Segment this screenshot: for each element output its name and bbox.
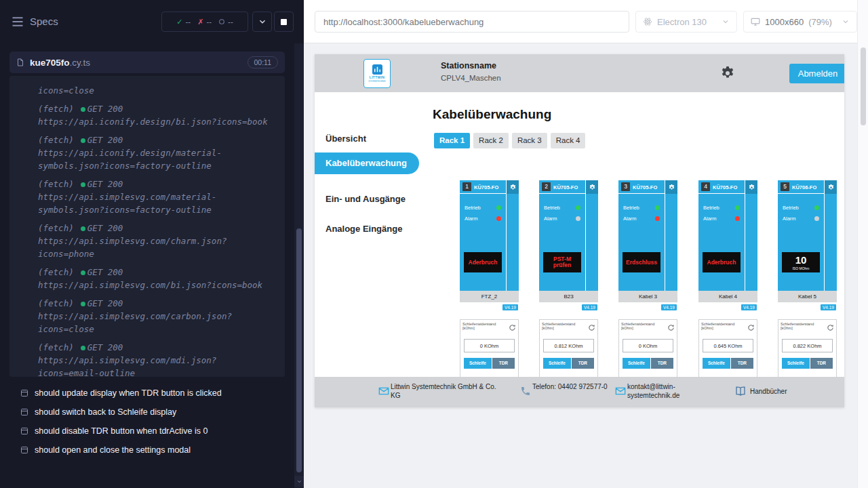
- card-settings-button[interactable]: [825, 180, 837, 194]
- tdr-button[interactable]: TDR: [572, 358, 594, 369]
- status-dot-icon: [81, 226, 85, 231]
- status-text: Erdschluss: [625, 260, 658, 266]
- logo-text: LITTWIN: [370, 75, 384, 79]
- fetch-status: GET 200: [87, 104, 123, 114]
- cypress-reporter-panel: Specs ✓ -- ✗ -- --: [0, 0, 304, 488]
- status-dot-icon: [81, 182, 85, 187]
- stat-pending: --: [218, 18, 233, 26]
- device-card-4: 4 KÜ705-FO Betrieb Alarm Aderbruch Kabel…: [698, 180, 757, 387]
- cable-name: Kabel 5: [778, 291, 837, 302]
- version-strip: V4.19: [460, 302, 519, 314]
- fetch-status: GET 200: [87, 298, 123, 308]
- scrollbar-down-arrow[interactable]: [294, 476, 304, 487]
- refresh-icon[interactable]: [747, 324, 755, 331]
- status-dot-icon: [81, 302, 85, 306]
- footer-manuals-link[interactable]: Handbücher: [750, 387, 831, 396]
- stop-button[interactable]: [274, 12, 294, 32]
- card-settings-button[interactable]: [665, 180, 677, 194]
- refresh-icon[interactable]: [827, 324, 834, 331]
- test-stats: ✓ -- ✗ -- --: [161, 12, 248, 32]
- browser-select[interactable]: Electron 130: [635, 11, 737, 33]
- schleife-button[interactable]: Schleife: [782, 358, 810, 369]
- card-settings-button[interactable]: [745, 180, 757, 194]
- card-header: 4 KÜ705-FO: [698, 180, 745, 194]
- version-badge: V4.19: [502, 304, 518, 310]
- card-settings-button[interactable]: [586, 180, 598, 194]
- refresh-icon[interactable]: [667, 324, 675, 331]
- scrollbar-thumb[interactable]: [296, 228, 302, 472]
- network-log-entry[interactable]: (fetch)GET 200 https://api.iconify.desig…: [38, 134, 270, 172]
- network-log-entry[interactable]: (fetch)GET 200 https://api.simplesvg.com…: [38, 341, 270, 377]
- rack-tab-3[interactable]: Rack 3: [512, 133, 547, 148]
- betrieb-led: [735, 205, 740, 210]
- reporter-scrollbar: [294, 43, 304, 488]
- network-log-entry[interactable]: (fetch)GET 200 https://api.simplesvg.com…: [38, 297, 270, 336]
- schleife-button[interactable]: Schleife: [703, 358, 730, 369]
- logout-button[interactable]: Abmelden: [789, 64, 844, 83]
- test-item[interactable]: should open and close the settings modal: [0, 441, 294, 460]
- rack-tab-1[interactable]: Rack 1: [434, 133, 470, 148]
- scrollbar-thumb[interactable]: [861, 47, 866, 125]
- settings-gear-icon[interactable]: [719, 65, 736, 81]
- station-info: Stationsname CPLV4_Maschen: [441, 61, 501, 82]
- schleife-button[interactable]: Schleife: [623, 358, 650, 369]
- cable-name: Kabel 3: [618, 291, 677, 302]
- network-log-entry[interactable]: (fetch)GET 200 https://api.simplesvg.com…: [38, 222, 270, 260]
- spec-header[interactable]: kue705fo .cy.ts 00:11: [9, 52, 285, 73]
- chevron-down-icon: [258, 17, 267, 26]
- schleife-button[interactable]: Schleife: [464, 358, 492, 369]
- logo-subtext: SYSTEMTECHNIK: [368, 80, 386, 83]
- fetch-status: GET 200: [87, 179, 123, 189]
- test-title: should switch back to Schleife display: [35, 407, 176, 417]
- card-model-label: KÜ706-FO: [792, 184, 816, 190]
- station-label: Stationsname: [441, 61, 501, 70]
- network-log-entry[interactable]: (fetch)GET 200 https://api.iconify.desig…: [38, 102, 270, 128]
- collapse-runner-button[interactable]: [252, 12, 272, 32]
- tdr-button[interactable]: TDR: [492, 358, 515, 369]
- test-item[interactable]: should switch back to Schleife display: [0, 403, 294, 422]
- refresh-icon[interactable]: [509, 324, 516, 331]
- tdr-button[interactable]: TDR: [731, 358, 753, 369]
- test-title: should update display when TDR button is…: [35, 388, 222, 398]
- betrieb-label: Betrieb: [703, 205, 719, 211]
- fetch-prefix: (fetch): [38, 179, 74, 189]
- card-settings-button[interactable]: [507, 180, 519, 194]
- rack-tab-2[interactable]: Rack 2: [473, 133, 509, 148]
- network-log-entry[interactable]: (fetch)GET 200 https://api.simplesvg.com…: [38, 266, 270, 291]
- nav-item-uebersicht[interactable]: Übersicht: [326, 134, 366, 144]
- reporter-topbar: Specs ✓ -- ✗ -- --: [0, 0, 304, 43]
- tdr-button[interactable]: TDR: [651, 358, 673, 369]
- specs-menu-icon[interactable]: [11, 15, 24, 28]
- gear-icon: [509, 184, 517, 191]
- nav-item-analoge-eingaenge[interactable]: Analoge Eingänge: [326, 224, 402, 234]
- stat-failed: ✗ --: [197, 18, 212, 26]
- app-header: LITTWIN SYSTEMTECHNIK Stationsname CPLV4…: [315, 54, 844, 92]
- specs-label[interactable]: Specs: [30, 16, 58, 27]
- test-icon: [20, 408, 28, 416]
- mail-icon: [378, 386, 389, 396]
- nav-item-ein-und-ausgaenge[interactable]: Ein- und Ausgänge: [326, 194, 406, 204]
- measurement-value: 0.822 KOhm: [782, 339, 833, 352]
- version-strip: V4.19: [698, 302, 757, 314]
- url-input[interactable]: [315, 11, 629, 33]
- cross-icon: ✗: [197, 18, 203, 26]
- test-item[interactable]: should disable TDR button when tdrActive…: [0, 422, 294, 441]
- status-dot-icon: [81, 138, 85, 143]
- betrieb-led: [655, 205, 660, 210]
- rack-tab-4[interactable]: Rack 4: [551, 133, 586, 148]
- book-icon: [735, 386, 746, 396]
- network-log-entry[interactable]: (fetch)GET 200 https://api.simplesvg.com…: [38, 178, 270, 216]
- schleife-button[interactable]: Schleife: [543, 358, 571, 369]
- card-side-column: [745, 180, 757, 291]
- viewport-select[interactable]: 1000x660 (79%): [743, 11, 857, 33]
- refresh-icon[interactable]: [588, 324, 595, 331]
- station-value: CPLV4_Maschen: [441, 74, 501, 82]
- gear-icon: [589, 184, 596, 191]
- status-display: Aderbruch: [464, 252, 502, 272]
- test-item[interactable]: should update display when TDR button is…: [0, 384, 294, 403]
- alarm-led: [735, 216, 740, 221]
- nav-item-kabelueberwachung[interactable]: Kabelüberwachung: [315, 152, 419, 174]
- tdr-button[interactable]: TDR: [810, 358, 833, 369]
- status-display: 10 ISO MOhm: [782, 252, 820, 272]
- alarm-led: [576, 216, 580, 221]
